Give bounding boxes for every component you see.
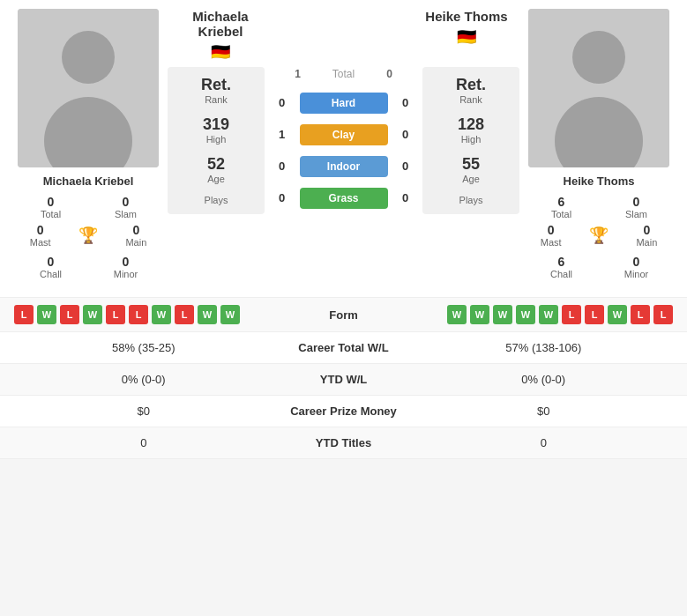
total-right-score: 0	[379, 68, 400, 80]
right-form-badges: WWWWWLLWLL	[388, 305, 674, 324]
stat-center-label: Career Total W/L	[273, 341, 414, 354]
left-rank-label: Rank	[205, 94, 228, 105]
right-high-label: High	[461, 134, 482, 145]
stat-center-label: YTD W/L	[273, 373, 414, 386]
indoor-row: 0 Indoor 0	[265, 156, 422, 177]
right-ret-rank: Ret. Rank	[456, 76, 486, 105]
right-chall-stat: 6 Chall	[528, 255, 594, 279]
right-mast-stat: 0 Mast	[541, 223, 562, 248]
right-total-label: Total	[551, 209, 571, 219]
stats-row: 0% (0-0) YTD W/L 0% (0-0)	[0, 364, 687, 396]
right-ret-value: Ret.	[456, 76, 486, 94]
left-mast-label: Mast	[30, 237, 51, 248]
left-plays: Plays	[205, 195, 228, 205]
total-left-score: 1	[287, 68, 309, 80]
hard-button[interactable]: Hard	[300, 93, 388, 114]
left-rank-panel: Ret. Rank 319 High 52 Age Plays	[168, 67, 265, 214]
left-chall-label: Chall	[40, 269, 62, 279]
left-mast-stat: 0 Mast	[30, 223, 51, 248]
form-badge: W	[83, 305, 102, 324]
left-ret-value: Ret.	[201, 76, 231, 94]
hard-row: 0 Hard 0	[265, 93, 422, 114]
bottom-section: LWLWLLWLWW Form WWWWWLLWLL 58% (35-25) C…	[0, 297, 687, 459]
right-chall-value: 6	[558, 255, 565, 269]
stats-row: $0 Career Prize Money $0	[0, 396, 687, 427]
left-main-label: Main	[125, 237, 146, 248]
form-badge: L	[175, 305, 194, 324]
form-badge: W	[470, 305, 489, 324]
form-badge: W	[493, 305, 512, 324]
left-age-value: 52	[207, 155, 225, 174]
right-age-value: 55	[462, 155, 480, 174]
left-mast-value: 0	[37, 223, 44, 237]
grass-right-score: 0	[395, 191, 416, 204]
right-total-value: 6	[558, 195, 565, 209]
left-total-value: 0	[48, 195, 55, 209]
right-bottom-stats: 6 Chall 0 Minor	[519, 255, 678, 279]
stat-right-value: 0% (0-0)	[414, 373, 674, 386]
form-badge: L	[653, 305, 673, 324]
right-chall-label: Chall	[550, 269, 572, 279]
svg-point-4	[572, 31, 625, 84]
left-trophy-row: 0 Mast 🏆 0 Main	[9, 223, 168, 248]
right-main-label: Main	[636, 237, 657, 248]
clay-button[interactable]: Clay	[300, 124, 388, 145]
right-slam-label: Slam	[625, 209, 647, 219]
form-label: Form	[300, 308, 388, 322]
left-total-stat: 0 Total	[18, 195, 84, 219]
left-minor-stat: 0 Minor	[93, 255, 159, 279]
stat-right-value: 57% (138-106)	[414, 341, 674, 354]
right-age-label: Age	[462, 174, 480, 184]
stat-right-value: 0	[414, 436, 674, 449]
hard-left-score: 0	[272, 96, 293, 109]
total-row: 1 Total 0	[287, 68, 400, 80]
stat-left-value: 58% (35-25)	[14, 341, 273, 354]
left-minor-value: 0	[123, 255, 130, 269]
left-stats-grid: 0 Total 0 Slam	[9, 195, 168, 219]
stat-center-label: Career Prize Money	[273, 404, 414, 418]
stat-right-value: $0	[414, 404, 674, 418]
form-row: LWLWLLWLWW Form WWWWWLLWLL	[0, 298, 687, 332]
form-badge: L	[60, 305, 79, 324]
left-player-name: Michaela Kriebel	[43, 174, 134, 188]
right-player-card: Heike Thoms 6 Total 0 Slam 0 Mast 🏆 0	[519, 9, 678, 279]
right-age: 55 Age	[462, 155, 480, 184]
right-trophy-icon: 🏆	[589, 226, 609, 245]
left-high-value: 319	[203, 115, 229, 134]
indoor-button[interactable]: Indoor	[300, 156, 388, 177]
left-ret-rank: Ret. Rank	[201, 76, 231, 105]
left-chall-value: 0	[48, 255, 55, 269]
left-age: 52 Age	[207, 155, 225, 184]
clay-row: 1 Clay 0	[265, 124, 422, 145]
right-stats-grid: 6 Total 0 Slam	[519, 195, 678, 219]
hard-right-score: 0	[395, 96, 416, 109]
right-slam-stat: 0 Slam	[603, 195, 669, 219]
right-slam-value: 0	[633, 195, 640, 209]
stats-row: 0 YTD Titles 0	[0, 427, 687, 459]
right-minor-label: Minor	[624, 269, 649, 279]
left-form-badges: LWLWLLWLWW	[14, 305, 300, 324]
svg-point-1	[62, 31, 115, 84]
left-flag: 🇩🇪	[168, 42, 273, 62]
left-bottom-stats: 0 Chall 0 Minor	[9, 255, 168, 279]
form-badge: L	[585, 305, 604, 324]
left-main-value: 0	[132, 223, 139, 237]
right-high-value: 128	[458, 115, 484, 134]
indoor-right-score: 0	[395, 160, 416, 173]
right-rank-label: Rank	[459, 94, 482, 105]
grass-button[interactable]: Grass	[300, 188, 388, 209]
right-mast-label: Mast	[541, 237, 562, 248]
right-plays-label: Plays	[459, 195, 483, 205]
middle-content: Ret. Rank 319 High 52 Age Plays	[168, 67, 519, 214]
right-high-rank: 128 High	[458, 115, 484, 145]
form-badge: W	[152, 305, 171, 324]
left-plays-label: Plays	[205, 195, 228, 205]
stat-left-value: 0% (0-0)	[14, 373, 273, 386]
form-badge: W	[220, 305, 240, 324]
right-trophy-row: 0 Mast 🏆 0 Main	[519, 223, 678, 248]
indoor-left-score: 0	[272, 160, 293, 173]
main-container: Michaela Kriebel 0 Total 0 Slam 0 Mast 🏆	[0, 0, 687, 459]
left-minor-label: Minor	[114, 269, 138, 279]
left-high-rank: 319 High	[203, 115, 229, 145]
center-panel: MichaelaKriebel 🇩🇪 Heike Thoms 🇩🇪 Ret. R…	[168, 9, 519, 279]
